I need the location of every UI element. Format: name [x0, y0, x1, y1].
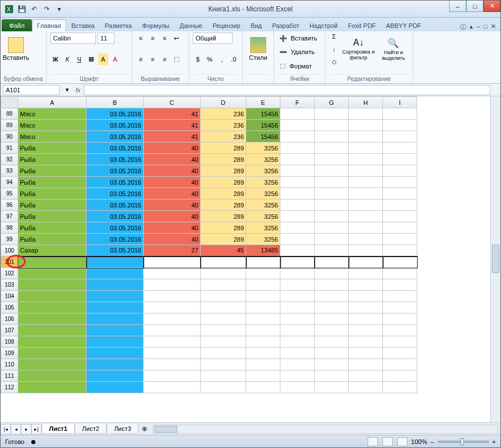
- cell[interactable]: 03.05.2016: [87, 199, 144, 211]
- cell[interactable]: [201, 256, 246, 268]
- cell[interactable]: [315, 165, 349, 177]
- cell[interactable]: [349, 154, 383, 165]
- sheet-nav-prev[interactable]: ◂: [11, 424, 21, 434]
- cell[interactable]: 289: [201, 222, 246, 234]
- cell[interactable]: Рыба: [18, 165, 87, 177]
- cell[interactable]: [18, 336, 87, 348]
- qat-more-icon[interactable]: ▾: [54, 4, 64, 14]
- cell[interactable]: [349, 268, 383, 279]
- cell[interactable]: [280, 348, 315, 359]
- cell[interactable]: [280, 325, 315, 336]
- cell[interactable]: [201, 336, 246, 348]
- cell[interactable]: [18, 256, 87, 268]
- cell[interactable]: 40: [144, 154, 201, 165]
- doc-minimize-icon[interactable]: –: [476, 23, 480, 31]
- increase-decimal-button[interactable]: .0: [229, 54, 239, 65]
- tab-рецензир[interactable]: Рецензир: [207, 19, 246, 31]
- cell[interactable]: 45: [201, 245, 246, 256]
- number-format-select[interactable]: [193, 32, 233, 44]
- cell[interactable]: [349, 370, 383, 382]
- row-header-96[interactable]: 96: [1, 199, 18, 211]
- autosum-button[interactable]: Σ: [329, 31, 339, 42]
- cell[interactable]: Рыба: [18, 142, 87, 154]
- cell[interactable]: [349, 279, 383, 291]
- name-box[interactable]: A101: [3, 85, 60, 95]
- cell[interactable]: [201, 325, 246, 336]
- cell[interactable]: [280, 234, 315, 245]
- zoom-slider[interactable]: [438, 441, 489, 443]
- cell[interactable]: [383, 268, 417, 279]
- row-header-102[interactable]: 102: [1, 268, 18, 279]
- cell[interactable]: 03.05.2016: [87, 154, 144, 165]
- insert-cells-button[interactable]: ➕: [278, 32, 289, 44]
- cell[interactable]: [315, 302, 349, 313]
- cell[interactable]: 3256: [246, 222, 280, 234]
- undo-icon[interactable]: ↶: [29, 4, 39, 14]
- align-right-button[interactable]: ≡: [160, 54, 170, 65]
- cell[interactable]: [201, 279, 246, 291]
- fx-icon[interactable]: fx: [72, 87, 84, 93]
- cell[interactable]: [315, 256, 349, 268]
- cell[interactable]: 03.05.2016: [87, 177, 144, 188]
- cell[interactable]: 236: [201, 108, 246, 120]
- cell[interactable]: [349, 245, 383, 256]
- cell[interactable]: [383, 359, 417, 370]
- cell[interactable]: [144, 279, 201, 291]
- cell[interactable]: [315, 291, 349, 302]
- cell[interactable]: [349, 108, 383, 120]
- cell[interactable]: [315, 359, 349, 370]
- col-header-D[interactable]: D: [201, 97, 246, 108]
- cell[interactable]: [201, 382, 246, 393]
- cell[interactable]: [349, 291, 383, 302]
- cell[interactable]: [280, 302, 315, 313]
- cell[interactable]: [18, 382, 87, 393]
- cell[interactable]: [246, 279, 280, 291]
- cell[interactable]: [349, 211, 383, 222]
- cell[interactable]: [280, 142, 315, 154]
- cell[interactable]: [315, 325, 349, 336]
- cell[interactable]: [87, 359, 144, 370]
- cell[interactable]: [315, 222, 349, 234]
- cell[interactable]: [87, 291, 144, 302]
- row-header-110[interactable]: 110: [1, 359, 18, 370]
- cell[interactable]: [144, 325, 201, 336]
- cell[interactable]: [383, 108, 417, 120]
- cell[interactable]: 289: [201, 177, 246, 188]
- tab-формулы[interactable]: Формулы: [137, 19, 174, 31]
- col-header-I[interactable]: I: [383, 97, 417, 108]
- tab-file[interactable]: Файл: [2, 19, 32, 31]
- cell[interactable]: [315, 211, 349, 222]
- row-header-109[interactable]: 109: [1, 348, 18, 359]
- horizontal-scrollbar[interactable]: [153, 425, 498, 434]
- cell[interactable]: [315, 131, 349, 142]
- cell[interactable]: 41: [144, 131, 201, 142]
- tab-abbyy pdf[interactable]: ABBYY PDF: [381, 19, 426, 31]
- select-all-corner[interactable]: [1, 97, 18, 108]
- cell[interactable]: [315, 382, 349, 393]
- cell[interactable]: 41: [144, 108, 201, 120]
- cell[interactable]: [18, 291, 87, 302]
- cell[interactable]: 03.05.2016: [87, 245, 144, 256]
- cell[interactable]: [280, 382, 315, 393]
- cell[interactable]: [383, 245, 417, 256]
- cell[interactable]: 03.05.2016: [87, 120, 144, 131]
- wrap-text-button[interactable]: ↩: [172, 32, 182, 44]
- row-header-90[interactable]: 90: [1, 131, 18, 142]
- cell[interactable]: Мясо: [18, 120, 87, 131]
- cell[interactable]: [87, 302, 144, 313]
- cell[interactable]: [87, 370, 144, 382]
- cell[interactable]: [383, 131, 417, 142]
- vertical-scrollbar[interactable]: [490, 96, 500, 422]
- cell[interactable]: [383, 199, 417, 211]
- cell[interactable]: [349, 131, 383, 142]
- cell[interactable]: 41: [144, 120, 201, 131]
- cell[interactable]: [383, 348, 417, 359]
- sheet-nav-next[interactable]: ▸: [21, 424, 31, 434]
- cell[interactable]: [315, 199, 349, 211]
- cell[interactable]: [87, 268, 144, 279]
- row-header-94[interactable]: 94: [1, 177, 18, 188]
- cell[interactable]: 3256: [246, 188, 280, 199]
- namebox-dropdown-icon[interactable]: ▾: [62, 84, 72, 96]
- cell[interactable]: [349, 348, 383, 359]
- row-header-105[interactable]: 105: [1, 302, 18, 313]
